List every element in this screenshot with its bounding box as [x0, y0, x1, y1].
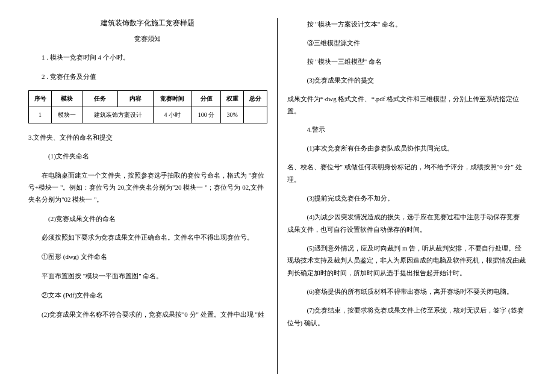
- th-time: 竞赛时间: [153, 90, 191, 107]
- r6: 4.警示: [287, 123, 526, 136]
- td-task: 建筑装饰方案设计: [82, 107, 153, 123]
- th-task: 任务: [82, 90, 118, 107]
- sub-3-1: (1)文件夹命名: [28, 151, 267, 163]
- td-seq: 1: [29, 107, 52, 123]
- left-column: 建筑装饰数字化施工竞赛样题 竞赛须知 1 . 模块一竞赛时间 4 个小时。 2 …: [21, 18, 275, 374]
- p-3-2d: ②文本 (Pdf)文件命名: [28, 290, 267, 302]
- table-header-row: 序号 模块 任务 内容 竞赛时间 分值 权重 总分: [29, 90, 267, 107]
- r12: (6)赛场提供的所有纸质材料不得带出赛场，离开赛场时不要关闭电脑。: [287, 285, 526, 298]
- td-score: 100 分: [192, 107, 221, 123]
- item-1: 1 . 模块一竞赛时间 4 个小时。: [28, 52, 267, 64]
- r10: (4)为减少因突发情况造成的损失，选手应在竞赛过程中注意手动保存竞赛成果文件，也…: [287, 211, 526, 236]
- r3: 按 "模块一三维模型" 命名: [287, 55, 526, 68]
- p-3-2a: 必须按照如下要求为竞赛成果文件正确命名。文件名中不得出现赛位号。: [28, 232, 267, 244]
- th-total: 总分: [244, 90, 267, 107]
- p-3-2e: (2)竞赛成果文件名称不符合要求的，竞赛成果按"0 分" 处置。文件中出现 "姓: [28, 309, 267, 321]
- column-divider: [277, 18, 278, 374]
- th-content: 内容: [118, 90, 154, 107]
- doc-title: 建筑装饰数字化施工竞赛样题: [28, 18, 267, 28]
- th-seq: 序号: [29, 90, 52, 107]
- doc-subtitle: 竞赛须知: [28, 34, 267, 43]
- r9: (3)提前完成竞赛任务不加分。: [287, 192, 526, 205]
- td-weight: 30%: [221, 107, 244, 123]
- r11: (5)遇到意外情况，应及时向裁判 m 告，听从裁判安排，不要自行处理。经现场技术…: [287, 242, 526, 280]
- th-weight: 权重: [221, 90, 244, 107]
- p-3-2c: 平面布置图按 "模块一平面布置图" 命名。: [28, 270, 267, 282]
- r1: 按 "模块一方案设计文本" 命名。: [287, 18, 526, 31]
- sub-3-2: (2)竞赛成果文件的命名: [28, 213, 267, 225]
- r2: ③三维模型源文件: [287, 37, 526, 49]
- r13: (7)竞赛结束，按要求将竞赛成果文件上传至系统，核对无误后，签字 (签赛位号) …: [287, 304, 526, 329]
- td-time: 4 小时: [153, 107, 191, 123]
- item-2: 2 . 竞赛任务及分值: [28, 71, 267, 83]
- table-row: 1 模块一 建筑装饰方案设计 4 小时 100 分 30%: [29, 107, 267, 123]
- r8: 名、校名、赛位号" 或做任何表明身份标记的，均不给予评分，成绩按照"0 分" 处…: [287, 161, 526, 186]
- p-3-1: 在电脑桌面建立一个文件夹，按照参赛选手抽取的赛位号命名，格式为 "赛位号+模块一…: [28, 170, 267, 205]
- th-score: 分值: [192, 90, 221, 107]
- p-3-2b: ①图形 (dwg) 文件命名: [28, 251, 267, 263]
- r5: 成果文件为*·dwg 格式文件、*.pdf 格式文件和三维模型，分别上传至系统指…: [287, 93, 526, 118]
- r7: (1)本次竞赛所有任务由参赛队成员协作共同完成。: [287, 142, 526, 155]
- td-total: [244, 107, 267, 123]
- right-column: 按 "模块一方案设计文本" 命名。 ③三维模型源文件 按 "模块一三维模型" 命…: [280, 18, 534, 374]
- r4: (3)竞赛成果文件的提交: [287, 74, 526, 87]
- td-module: 模块一: [52, 107, 82, 123]
- task-table: 序号 模块 任务 内容 竞赛时间 分值 权重 总分 1 模块一 建筑装饰方案设计…: [28, 90, 267, 123]
- th-module: 模块: [52, 90, 82, 107]
- item-3: 3.文件夹、文件的命名和提交: [28, 132, 267, 144]
